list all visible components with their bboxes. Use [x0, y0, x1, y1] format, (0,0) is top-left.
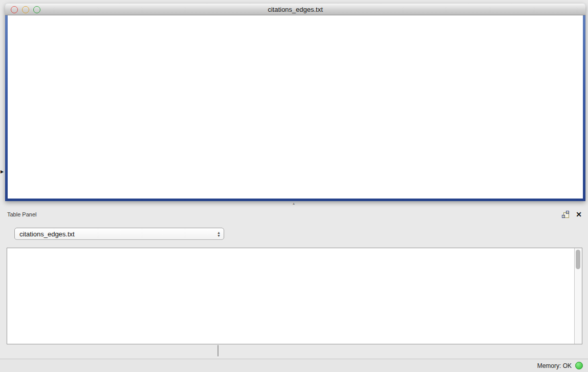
network-table-select-value: citations_edges.txt	[19, 230, 75, 238]
cytoscape-app: { "window": { "title": "citations_edges.…	[0, 0, 588, 372]
table-panel-header: Table Panel ✕	[0, 206, 588, 223]
memory-status-icon	[575, 362, 583, 369]
window-titlebar[interactable]: citations_edges.txt	[5, 4, 585, 15]
table-toolbar: citations_edges.txt ▲▼	[7, 226, 224, 242]
minimize-window-icon[interactable]	[22, 6, 29, 13]
table-body	[7, 248, 574, 344]
table-scrollbar[interactable]	[574, 248, 582, 344]
network-table-select[interactable]: citations_edges.txt ▲▼	[14, 228, 224, 240]
window-title: citations_edges.txt	[268, 6, 323, 13]
table-tabs	[217, 345, 219, 357]
scrollbar-thumb[interactable]	[576, 250, 580, 269]
network-view-window: citations_edges.txt	[5, 4, 585, 201]
status-bar: Memory: OK	[0, 359, 588, 372]
float-panel-icon[interactable]	[562, 211, 569, 218]
collapse-panel-icon[interactable]: ▶	[1, 169, 4, 174]
table-panel-title: Table Panel	[7, 211, 37, 217]
traffic-lights	[11, 6, 40, 13]
zoom-window-icon[interactable]	[33, 6, 40, 13]
splitter-handle[interactable]: ▲	[291, 202, 297, 205]
network-canvas[interactable]	[8, 15, 583, 199]
close-panel-icon[interactable]: ✕	[576, 211, 582, 218]
combo-stepper-icon: ▲▼	[217, 231, 221, 237]
close-window-icon[interactable]	[11, 6, 18, 13]
node-table	[7, 248, 582, 344]
memory-status-label: Memory: OK	[537, 362, 572, 369]
